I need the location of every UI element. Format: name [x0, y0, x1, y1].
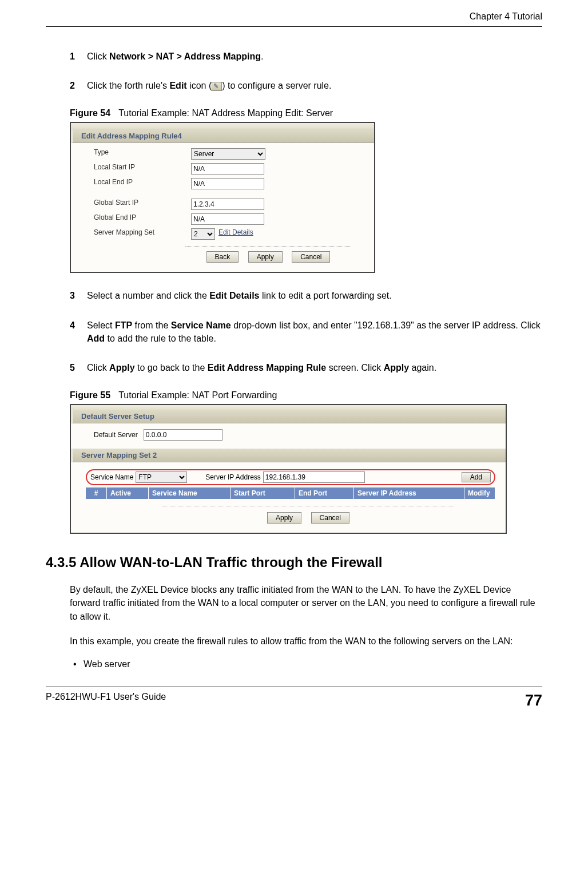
- text-bold: Add: [87, 334, 105, 343]
- text-bold: FTP: [115, 320, 132, 330]
- footer-page-number: 77: [525, 692, 542, 710]
- edit-icon: [212, 82, 222, 91]
- col-hash: #: [86, 487, 107, 499]
- service-name-select[interactable]: FTP: [136, 471, 187, 483]
- panel-header: Edit Address Mapping Rule4: [71, 129, 374, 143]
- step-text: Click Apply to go back to the Edit Addre…: [87, 361, 542, 374]
- port-forwarding-table-header: # Active Service Name Start Port End Por…: [86, 487, 495, 499]
- page-header: Chapter 4 Tutorial: [46, 11, 542, 27]
- figure-55-caption: Figure 55Tutorial Example: NAT Port Forw…: [70, 390, 542, 401]
- text: Click: [87, 51, 109, 61]
- step-text: Click the forth rule's Edit icon () to c…: [87, 79, 542, 92]
- figure-54-screenshot: Edit Address Mapping Rule4 Type Server L…: [70, 122, 375, 273]
- figure-label: Figure 54: [70, 108, 110, 118]
- apply-button[interactable]: Apply: [248, 251, 283, 263]
- text-bold: Edit Details: [209, 291, 259, 300]
- chapter-title: Chapter 4 Tutorial: [470, 11, 542, 22]
- figure-55-screenshot: Default Server Setup Default Server Serv…: [70, 404, 507, 534]
- step-text: Select FTP from the Service Name drop-do…: [87, 319, 542, 345]
- col-active: Active: [107, 487, 149, 499]
- step-text: Select a number and click the Edit Detai…: [87, 289, 542, 302]
- col-end-port: End Port: [295, 487, 354, 499]
- text: icon (: [187, 81, 212, 90]
- step-2: 2 Click the forth rule's Edit icon () to…: [70, 79, 542, 92]
- server-ip-input[interactable]: [263, 471, 365, 483]
- text: Select: [87, 320, 115, 330]
- type-select[interactable]: Server: [191, 148, 265, 160]
- bullet-text: Web server: [84, 659, 130, 669]
- text: Select a number and click the: [87, 291, 209, 300]
- local-start-ip-label: Local Start IP: [94, 163, 191, 175]
- panel-header-default-server: Default Server Setup: [71, 410, 506, 423]
- global-end-ip-label: Global End IP: [94, 213, 191, 225]
- text: to go back to the: [135, 363, 208, 372]
- step-1: 1 Click Network > NAT > Address Mapping.: [70, 50, 542, 63]
- figure-title: Tutorial Example: NAT Port Forwarding: [118, 390, 277, 400]
- step-5: 5 Click Apply to go back to the Edit Add…: [70, 361, 542, 374]
- text: from the: [132, 320, 171, 330]
- figure-54-caption: Figure 54Tutorial Example: NAT Address M…: [70, 108, 542, 118]
- text: again.: [409, 363, 436, 372]
- apply-button[interactable]: Apply: [267, 512, 301, 524]
- service-name-label: Service Name: [90, 473, 133, 481]
- text-bold: Network > NAT > Address Mapping: [109, 51, 261, 61]
- type-label: Type: [94, 148, 191, 160]
- col-modify: Modify: [464, 487, 495, 499]
- step-text: Click Network > NAT > Address Mapping.: [87, 50, 542, 63]
- text: Click the forth rule's: [87, 81, 169, 90]
- text: link to edit a port forwarding set.: [259, 291, 391, 300]
- step-4: 4 Select FTP from the Service Name drop-…: [70, 319, 542, 345]
- text-bold: Apply: [109, 363, 134, 372]
- paragraph: In this example, you create the firewall…: [70, 635, 542, 648]
- page-footer: P-2612HWU-F1 User's Guide 77: [46, 687, 542, 710]
- local-end-ip-label: Local End IP: [94, 178, 191, 189]
- text: screen. Click: [326, 363, 383, 372]
- panel-header-mapping-set: Server Mapping Set 2: [71, 449, 506, 462]
- step-number: 1: [70, 50, 87, 63]
- section-heading: 4.3.5 Allow WAN-to-LAN Traffic through t…: [46, 554, 542, 570]
- add-rule-row: Service Name FTP Server IP Address Add: [86, 469, 495, 485]
- step-number: 4: [70, 319, 87, 345]
- server-mapping-set-select[interactable]: 2: [191, 228, 215, 240]
- text: ) to configure a server rule.: [222, 81, 331, 90]
- local-end-ip-input[interactable]: [191, 178, 264, 189]
- text-bold: Edit Address Mapping Rule: [208, 363, 326, 372]
- server-mapping-set-label: Server Mapping Set: [94, 228, 191, 240]
- paragraph: By default, the ZyXEL Device blocks any …: [70, 583, 542, 623]
- col-server-ip: Server IP Address: [354, 487, 464, 499]
- figure-label: Figure 55: [70, 390, 110, 400]
- col-service-name: Service Name: [149, 487, 231, 499]
- global-start-ip-label: Global Start IP: [94, 199, 191, 210]
- global-end-ip-input[interactable]: [191, 213, 264, 225]
- footer-guide-title: P-2612HWU-F1 User's Guide: [46, 692, 166, 710]
- text-bold: Service Name: [171, 320, 231, 330]
- text: Click: [87, 363, 109, 372]
- edit-details-link[interactable]: Edit Details: [218, 228, 253, 240]
- col-start-port: Start Port: [231, 487, 295, 499]
- local-start-ip-input[interactable]: [191, 163, 264, 175]
- text: drop-down list box, and enter "192.168.1…: [231, 320, 541, 330]
- text-bold: Edit: [169, 81, 186, 90]
- bullet-item: • Web server: [70, 659, 542, 669]
- text: to add the rule to the table.: [105, 334, 216, 343]
- default-server-input[interactable]: [144, 429, 223, 441]
- step-number: 5: [70, 361, 87, 374]
- server-ip-label: Server IP Address: [205, 473, 261, 481]
- text-bold: Apply: [384, 363, 409, 372]
- global-start-ip-input[interactable]: [191, 199, 264, 210]
- step-number: 2: [70, 79, 87, 92]
- step-number: 3: [70, 289, 87, 302]
- back-button[interactable]: Back: [206, 251, 239, 263]
- default-server-label: Default Server: [94, 431, 138, 439]
- figure-title: Tutorial Example: NAT Address Mapping Ed…: [118, 108, 333, 118]
- cancel-button[interactable]: Cancel: [292, 251, 330, 263]
- step-3: 3 Select a number and click the Edit Det…: [70, 289, 542, 302]
- add-button[interactable]: Add: [462, 472, 491, 482]
- cancel-button[interactable]: Cancel: [311, 512, 349, 524]
- text: .: [261, 51, 263, 61]
- bullet-dot: •: [73, 659, 84, 669]
